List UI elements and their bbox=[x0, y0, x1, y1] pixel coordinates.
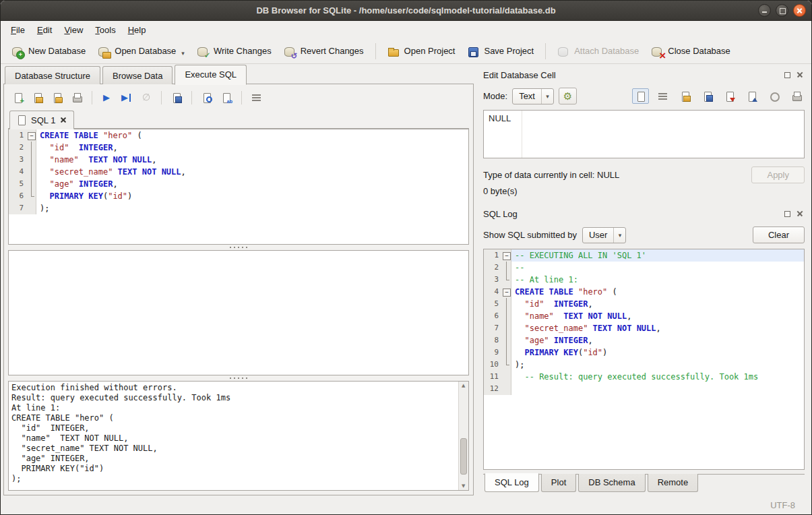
float-icon[interactable] bbox=[782, 210, 792, 218]
sql-toolbar bbox=[8, 87, 469, 109]
print-button[interactable] bbox=[68, 90, 86, 106]
tab-database-structure[interactable]: Database Structure bbox=[5, 66, 100, 84]
splitter-handle[interactable] bbox=[8, 375, 469, 381]
open-project-button[interactable]: Open Project bbox=[382, 42, 461, 61]
word-wrap-button[interactable] bbox=[248, 90, 266, 106]
window-title: DB Browser for SQLite - /home/user/code/… bbox=[1, 5, 811, 16]
code-text: "secret_name" TEXT NOT NULL, bbox=[511, 322, 804, 334]
save-results-button[interactable] bbox=[168, 90, 185, 106]
set-null-button[interactable] bbox=[766, 88, 782, 104]
import-button[interactable] bbox=[721, 88, 738, 104]
code-line: 5 "age" INTEGER, bbox=[9, 178, 468, 190]
dock-tab-remote[interactable]: Remote bbox=[648, 474, 699, 492]
vertical-scrollbar[interactable] bbox=[458, 382, 468, 490]
fold-marker-icon[interactable] bbox=[502, 249, 511, 262]
open-database-button[interactable]: Open Database bbox=[92, 42, 190, 61]
app-window: DB Browser for SQLite - /home/user/code/… bbox=[0, 0, 812, 515]
word-wrap-button[interactable] bbox=[654, 88, 671, 104]
open-sql-file-new-tab-button[interactable] bbox=[49, 90, 66, 106]
minimize-button[interactable] bbox=[758, 4, 771, 17]
sql-log-view[interactable]: 1-- EXECUTING ALL IN 'SQL 1'2--3-- At li… bbox=[483, 249, 805, 470]
save-file-button[interactable] bbox=[699, 88, 716, 104]
write-changes-button[interactable]: Write Changes bbox=[191, 42, 277, 61]
tab-browse-data[interactable]: Browse Data bbox=[102, 66, 173, 84]
sql-log-code: 1-- EXECUTING ALL IN 'SQL 1'2--3-- At li… bbox=[484, 249, 804, 395]
export-button[interactable] bbox=[743, 88, 760, 104]
menu-item-tools[interactable]: Tools bbox=[89, 23, 121, 37]
code-text: "age" INTEGER, bbox=[36, 178, 468, 190]
fold-marker-icon[interactable] bbox=[502, 286, 511, 298]
write-changes-icon bbox=[197, 45, 209, 57]
cell-value-editor[interactable]: NULL bbox=[483, 110, 805, 158]
auto-switch-mode-button[interactable] bbox=[559, 88, 577, 104]
menu-bar: FileEditViewToolsHelp bbox=[1, 21, 811, 38]
find-replace-button[interactable] bbox=[198, 90, 216, 106]
fold-marker-icon[interactable] bbox=[27, 129, 36, 142]
execute-current-line-button[interactable] bbox=[118, 90, 135, 106]
new-tab-button[interactable] bbox=[9, 90, 27, 106]
fold-guide bbox=[502, 371, 511, 383]
revert-changes-button[interactable]: Revert Changes bbox=[278, 42, 369, 61]
left-panel: Database StructureBrowse DataExecute SQL… bbox=[1, 64, 476, 495]
clear-button[interactable]: Clear bbox=[753, 226, 805, 243]
format-sql-button[interactable] bbox=[218, 90, 235, 106]
toolbar-button-label: Attach Database bbox=[574, 46, 639, 56]
splitter-handle[interactable] bbox=[8, 245, 469, 250]
gear-icon bbox=[563, 90, 572, 102]
stop-icon bbox=[141, 92, 152, 103]
menu-item-help[interactable]: Help bbox=[122, 23, 152, 37]
close-tab-icon[interactable] bbox=[59, 116, 67, 124]
fold-guide bbox=[27, 202, 36, 214]
right-dock: Edit Database Cell Mode: Text NULL T bbox=[476, 64, 811, 495]
close-button[interactable] bbox=[793, 4, 806, 17]
execute-all-icon bbox=[102, 92, 113, 103]
import-icon bbox=[724, 91, 735, 102]
save-results-icon bbox=[171, 92, 182, 103]
code-line: 2-- bbox=[484, 262, 804, 274]
line-number: 1 bbox=[484, 249, 502, 262]
menu-item-edit[interactable]: Edit bbox=[31, 23, 58, 37]
message-line: ); bbox=[11, 474, 456, 484]
dock-tab-plot[interactable]: Plot bbox=[541, 474, 576, 492]
save-project-button[interactable]: Save Project bbox=[462, 42, 539, 61]
close-icon[interactable] bbox=[795, 71, 805, 80]
mode-select[interactable]: Text bbox=[512, 88, 554, 104]
float-icon[interactable] bbox=[782, 71, 792, 80]
maximize-button[interactable] bbox=[776, 4, 788, 17]
open-sql-file-button[interactable] bbox=[29, 90, 46, 106]
menu-item-view[interactable]: View bbox=[58, 23, 89, 37]
results-table[interactable] bbox=[8, 250, 469, 375]
main-tab-bar: Database StructureBrowse DataExecute SQL bbox=[3, 64, 474, 84]
close-database-button[interactable]: Close Database bbox=[646, 42, 736, 61]
dock-tab-sql-log[interactable]: SQL Log bbox=[485, 473, 539, 492]
execute-all-button[interactable] bbox=[98, 90, 116, 106]
execution-messages-pane: Execution finished without errors.Result… bbox=[8, 381, 469, 491]
message-line: Result: query executed successfully. Too… bbox=[11, 393, 456, 403]
log-filter-select[interactable]: User bbox=[582, 227, 626, 243]
execute-current-line-icon bbox=[121, 92, 132, 103]
sql-editor[interactable]: 1CREATE TABLE "hero" (2 "id" INTEGER,3 "… bbox=[8, 129, 469, 245]
scrollbar-thumb[interactable] bbox=[460, 438, 467, 475]
code-line: 3-- At line 1: bbox=[484, 274, 804, 286]
close-icon[interactable] bbox=[795, 210, 805, 218]
tab-execute-sql[interactable]: Execute SQL bbox=[175, 65, 247, 85]
fold-guide bbox=[27, 142, 36, 154]
menu-item-file[interactable]: File bbox=[5, 23, 31, 37]
sql-tab[interactable]: SQL 1 bbox=[9, 111, 74, 129]
text-mode-button[interactable] bbox=[632, 88, 649, 104]
new-database-button[interactable]: New Database bbox=[6, 42, 91, 61]
toolbar-button-label: Close Database bbox=[668, 46, 730, 56]
dock-tab-db-schema[interactable]: DB Schema bbox=[578, 474, 645, 492]
code-text: PRIMARY KEY("id") bbox=[36, 190, 468, 202]
cell-mode-row: Mode: Text bbox=[483, 88, 805, 104]
open-file-button[interactable] bbox=[677, 88, 693, 104]
main-toolbar: New DatabaseOpen DatabaseWrite ChangesRe… bbox=[1, 38, 811, 64]
fold-guide bbox=[502, 310, 511, 322]
save-file-icon bbox=[702, 91, 713, 102]
print-button[interactable] bbox=[788, 88, 805, 104]
title-bar[interactable]: DB Browser for SQLite - /home/user/code/… bbox=[1, 1, 811, 21]
attach-database-button: Attach Database bbox=[552, 42, 644, 61]
content-area: Database StructureBrowse DataExecute SQL… bbox=[1, 64, 811, 495]
cell-size-text: 0 byte(s) bbox=[483, 186, 805, 196]
code-text: CREATE TABLE "hero" ( bbox=[511, 286, 804, 298]
